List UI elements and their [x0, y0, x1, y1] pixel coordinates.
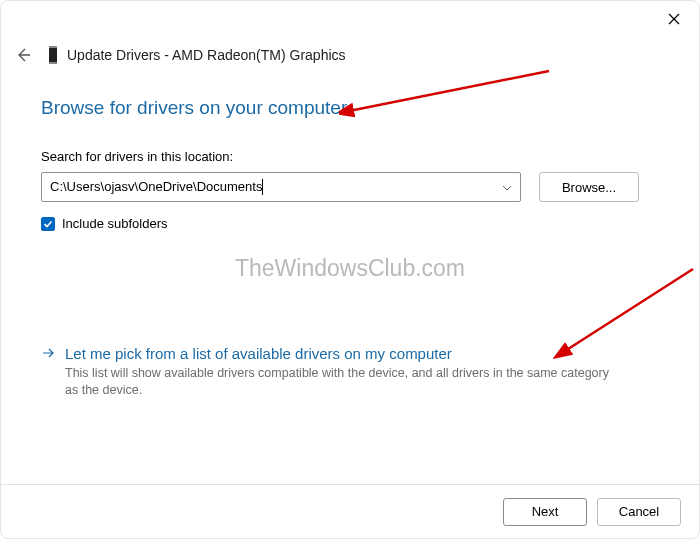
- next-button[interactable]: Next: [503, 498, 587, 526]
- watermark-text: TheWindowsClub.com: [1, 255, 699, 282]
- device-icon: [49, 46, 57, 64]
- page-heading: Browse for drivers on your computer: [41, 97, 659, 119]
- cancel-button[interactable]: Cancel: [597, 498, 681, 526]
- checkbox-checked-icon: [41, 217, 55, 231]
- wizard-title: Update Drivers - AMD Radeon(TM) Graphics: [67, 47, 346, 63]
- close-button[interactable]: [659, 7, 689, 31]
- search-location-value: C:\Users\ojasv\OneDrive\Documents: [50, 179, 496, 196]
- pick-option-description: This list will show available drivers co…: [65, 365, 625, 399]
- browse-button[interactable]: Browse...: [539, 172, 639, 202]
- pick-from-list-option[interactable]: Let me pick from a list of available dri…: [41, 345, 659, 399]
- search-location-combobox[interactable]: C:\Users\ojasv\OneDrive\Documents: [41, 172, 521, 202]
- svg-line-1: [565, 269, 693, 351]
- dialog-footer: Next Cancel: [1, 484, 699, 538]
- back-button[interactable]: [13, 45, 33, 65]
- pick-option-title: Let me pick from a list of available dri…: [65, 345, 625, 362]
- arrow-right-icon: [41, 346, 55, 364]
- text-caret: [262, 179, 263, 195]
- search-location-label: Search for drivers in this location:: [41, 149, 659, 164]
- include-subfolders-checkbox[interactable]: Include subfolders: [41, 216, 659, 231]
- include-subfolders-label: Include subfolders: [62, 216, 168, 231]
- chevron-down-icon[interactable]: [496, 182, 512, 193]
